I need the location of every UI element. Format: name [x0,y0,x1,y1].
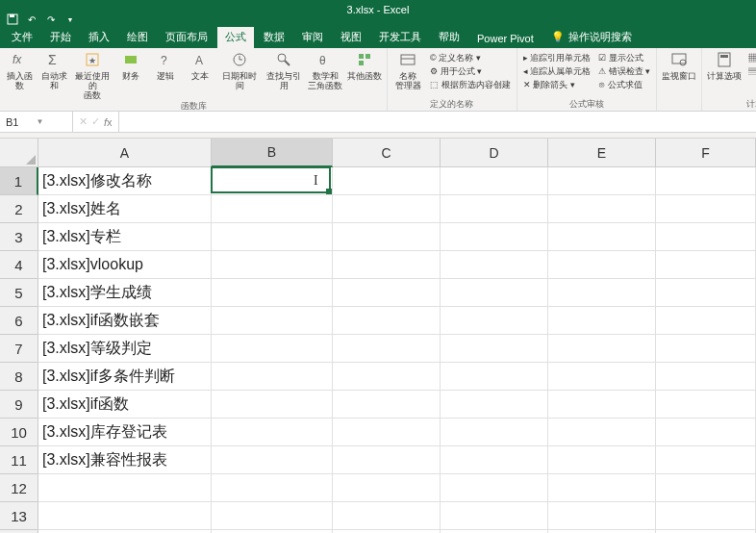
cell-C8[interactable] [333,363,441,391]
cell-A12[interactable] [38,474,212,502]
column-header-E[interactable]: E [548,139,656,167]
tab-审阅[interactable]: 审阅 [294,27,331,48]
calculate-sheet-button[interactable]: ▤ 计算工作表 [748,65,756,78]
cell-A3[interactable]: [3.xlsx]专栏 [38,223,212,251]
cell-A10[interactable]: [3.xlsx]库存登记表 [38,419,212,446]
name-manager-button[interactable]: 名称管理器 [391,50,424,98]
cell-D1[interactable] [441,167,548,195]
cell-D10[interactable] [441,419,548,446]
tab-绘图[interactable]: 绘图 [119,27,156,48]
column-header-A[interactable]: A [38,139,212,167]
watch-window-button[interactable]: 监视窗口 [661,50,697,98]
cell-D13[interactable] [441,502,548,530]
row-header[interactable]: 5 [0,279,38,307]
cell-C2[interactable] [333,195,441,223]
row-header[interactable]: 6 [0,307,38,335]
row-header[interactable]: 3 [0,223,38,251]
cell-C10[interactable] [333,419,441,446]
cell-E13[interactable] [548,502,656,530]
cell-A13[interactable] [38,502,212,530]
cell-F9[interactable] [656,391,756,419]
calculation-options-button[interactable]: 计算选项 [706,50,743,98]
cell-A5[interactable]: [3.xlsx]学生成绩 [38,279,212,307]
cell-B4[interactable] [212,251,333,279]
cell-D5[interactable] [441,279,548,307]
cell-F11[interactable] [656,446,756,474]
redo-icon[interactable]: ↷ [44,13,58,26]
cell-C12[interactable] [333,474,441,502]
column-header-D[interactable]: D [441,139,548,167]
cell-E4[interactable] [548,251,656,279]
cell-E8[interactable] [548,363,656,391]
cell-E10[interactable] [548,419,656,446]
undo-icon[interactable]: ↶ [25,13,38,26]
recent-functions-button[interactable]: ★最近使用的函数 [73,50,112,100]
cell-C4[interactable] [333,251,441,279]
cell-C13[interactable] [333,502,441,530]
cell-D2[interactable] [441,195,548,223]
row-header[interactable]: 11 [0,446,38,474]
cell-E12[interactable] [548,474,656,502]
math-trig-button[interactable]: θ数学和三角函数 [308,50,342,100]
cell-F2[interactable] [656,195,756,223]
cell-D7[interactable] [441,335,548,363]
row-header[interactable]: 2 [0,195,38,223]
remove-arrows-button[interactable]: ✕ 删除箭头 ▾ [523,79,592,91]
cell-A11[interactable]: [3.xlsx]兼容性报表 [38,446,212,474]
cell-F4[interactable] [656,251,756,279]
tell-me-search[interactable]: 💡操作说明搜索 [543,27,640,48]
fx-icon[interactable]: fx [104,116,113,128]
cell-B7[interactable] [212,335,333,363]
use-in-formula-button[interactable]: ⚙ 用于公式 ▾ [430,65,511,78]
cell-C1[interactable] [333,167,441,195]
cell-D12[interactable] [441,474,548,502]
cell-B5[interactable] [212,279,333,307]
cell-A1[interactable]: [3.xlsx]修改名称 [38,167,212,195]
cell-D9[interactable] [441,391,548,419]
cell-A6[interactable]: [3.xlsx]if函数嵌套 [38,307,212,335]
tab-帮助[interactable]: 帮助 [431,27,467,48]
cell-E6[interactable] [548,307,656,335]
row-header[interactable]: 10 [0,419,38,446]
column-header-F[interactable]: F [656,139,756,167]
cell-F10[interactable] [656,419,756,446]
create-from-selection-button[interactable]: ⬚ 根据所选内容创建 [430,79,511,91]
cell-B2[interactable] [212,195,333,223]
cell-F8[interactable] [656,363,756,391]
define-name-button[interactable]: © 定义名称 ▾ [430,52,511,64]
tab-文件[interactable]: 文件 [4,27,40,48]
tab-Power Pivot[interactable]: Power Pivot [469,30,542,48]
cell-B3[interactable] [212,223,333,251]
chevron-down-icon[interactable]: ▼ [37,117,67,126]
more-functions-button[interactable]: 其他函数 [346,50,383,100]
insert-function-button[interactable]: fx插入函数 [4,50,35,100]
cell-E7[interactable] [548,335,656,363]
logical-button[interactable]: ?逻辑 [150,50,181,100]
select-all-button[interactable] [0,139,38,167]
row-header[interactable]: 7 [0,335,38,363]
save-icon[interactable] [6,13,19,26]
column-header-B[interactable]: B [212,139,333,167]
name-box[interactable]: B1▼ [0,112,73,132]
cell-C5[interactable] [333,279,441,307]
cell-B9[interactable] [212,391,333,419]
cell-E1[interactable] [548,167,656,195]
error-checking-button[interactable]: ⚠ 错误检查 ▾ [598,65,650,78]
cell-C11[interactable] [333,446,441,474]
enter-icon[interactable]: ✓ [91,115,100,128]
cell-D6[interactable] [441,307,548,335]
row-header[interactable]: 9 [0,391,38,419]
cell-E11[interactable] [548,446,656,474]
cell-C9[interactable] [333,391,441,419]
cell-F5[interactable] [656,279,756,307]
financial-button[interactable]: 财务 [115,50,146,100]
tab-开发工具[interactable]: 开发工具 [371,27,429,48]
cell-E3[interactable] [548,223,656,251]
tab-数据[interactable]: 数据 [256,27,292,48]
cell-E9[interactable] [548,391,656,419]
row-header[interactable]: 1 [0,167,38,195]
show-formulas-button[interactable]: ☑ 显示公式 [598,52,650,64]
tab-页面布局[interactable]: 页面布局 [158,27,215,48]
cell-A9[interactable]: [3.xlsx]if函数 [38,391,212,419]
text-button[interactable]: A文本 [185,50,215,100]
